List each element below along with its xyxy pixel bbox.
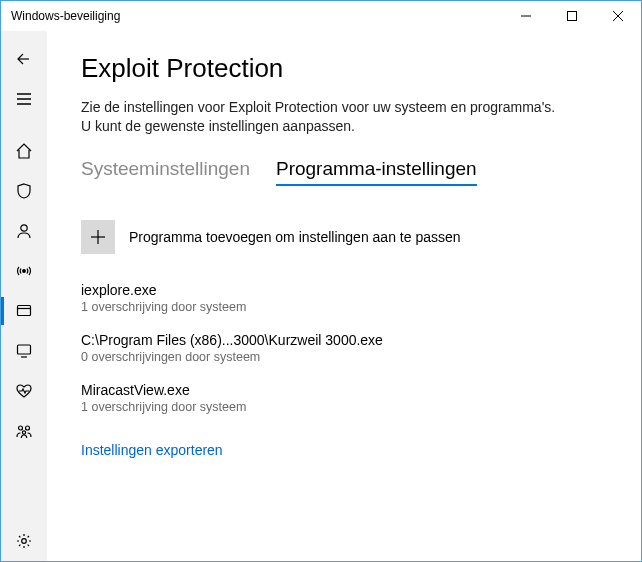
add-program-row[interactable]: Programma toevoegen om instellingen aan … [81,220,611,254]
program-name: C:\Program Files (x86)...3000\Kurzweil 3… [81,332,611,348]
program-name: iexplore.exe [81,282,611,298]
plus-icon [90,229,106,245]
titlebar: Windows-beveiliging [1,1,641,31]
svg-point-15 [26,426,30,430]
svg-rect-12 [18,345,31,354]
family-icon [15,422,33,440]
maximize-button[interactable] [549,1,595,31]
gear-icon [15,532,33,550]
svg-point-17 [22,539,27,544]
shield-icon [15,182,33,200]
window-title: Windows-beveiliging [1,9,503,23]
svg-point-16 [22,431,25,434]
heart-icon [15,382,33,400]
back-button[interactable] [1,39,47,79]
close-button[interactable] [595,1,641,31]
svg-point-8 [21,225,27,231]
nav-firewall-network[interactable] [1,251,47,291]
home-icon [15,142,33,160]
nav-app-browser-control[interactable] [1,291,47,331]
back-arrow-icon [15,50,33,68]
account-icon [15,222,33,240]
sidebar [1,31,47,561]
nav-settings[interactable] [1,521,47,561]
tab-system-settings[interactable]: Systeeminstellingen [81,158,250,186]
page-description: Zie de instellingen voor Exploit Protect… [81,98,561,136]
program-sub: 0 overschrijvingen door systeem [81,350,611,364]
add-program-button[interactable] [81,220,115,254]
nav-virus-protection[interactable] [1,171,47,211]
tab-program-settings[interactable]: Programma-instellingen [276,158,477,186]
program-name: MiracastView.exe [81,382,611,398]
svg-point-9 [23,270,26,273]
export-settings-link[interactable]: Instellingen exporteren [81,442,223,458]
nav-home[interactable] [1,131,47,171]
hamburger-icon [15,90,33,108]
nav-family-options[interactable] [1,411,47,451]
program-item[interactable]: iexplore.exe 1 overschrijving door syste… [81,282,611,314]
program-item[interactable]: C:\Program Files (x86)...3000\Kurzweil 3… [81,332,611,364]
nav-device-security[interactable] [1,331,47,371]
nav-account-protection[interactable] [1,211,47,251]
app-browser-icon [15,302,33,320]
page-heading: Exploit Protection [81,53,611,84]
content-area: Exploit Protection Zie de instellingen v… [47,31,641,561]
window-body: Exploit Protection Zie de instellingen v… [1,31,641,561]
window: Windows-beveiliging [0,0,642,562]
nav-device-performance[interactable] [1,371,47,411]
minimize-button[interactable] [503,1,549,31]
device-icon [15,342,33,360]
antenna-icon [15,262,33,280]
program-sub: 1 overschrijving door systeem [81,300,611,314]
menu-button[interactable] [1,79,47,119]
tabs: Systeeminstellingen Programma-instelling… [81,158,611,186]
svg-rect-10 [18,306,31,316]
svg-rect-1 [568,12,577,21]
svg-point-14 [19,426,23,430]
program-item[interactable]: MiracastView.exe 1 overschrijving door s… [81,382,611,414]
program-sub: 1 overschrijving door systeem [81,400,611,414]
add-program-label: Programma toevoegen om instellingen aan … [129,229,461,245]
